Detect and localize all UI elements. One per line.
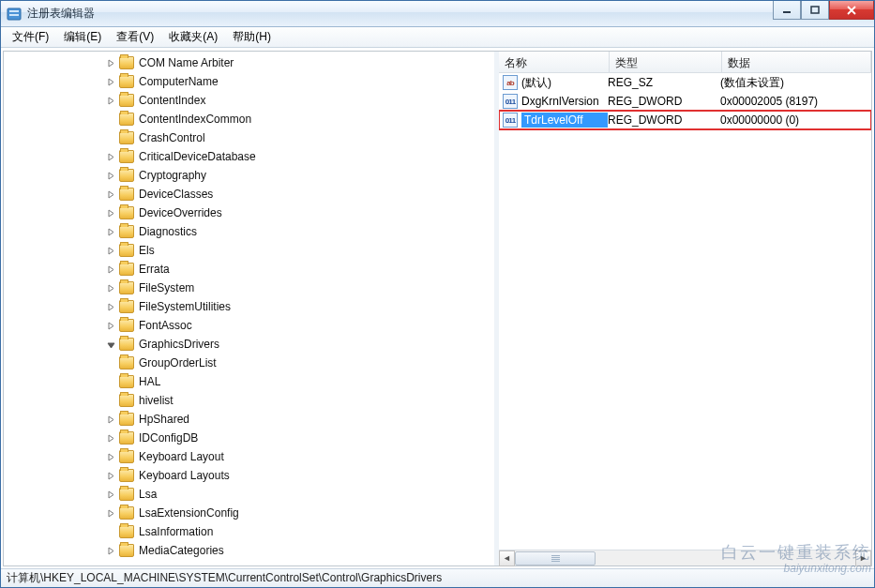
scroll-left-arrow[interactable]: ◄ [499,550,515,566]
client-area: COM Name ArbiterComputerNameContentIndex… [1,48,874,568]
tree-item-label: FileSystem [139,281,194,294]
value-type: REG_DWORD [608,113,720,127]
chevron-right-icon[interactable] [105,414,116,425]
chevron-right-icon[interactable] [105,301,116,312]
close-button[interactable] [829,1,874,20]
tree-item[interactable]: hivelist [4,391,494,410]
chevron-right-icon[interactable] [105,207,116,219]
list-row[interactable]: 011TdrLevelOffREG_DWORD0x00000000 (0) [499,111,871,129]
menu-file[interactable]: 文件(F) [5,27,56,47]
tree-item[interactable]: DeviceOverrides [4,204,494,222]
tree-pane[interactable]: COM Name ArbiterComputerNameContentIndex… [3,51,494,566]
tree-item[interactable]: FontAssoc [4,316,494,335]
folder-icon [119,169,134,182]
menu-view[interactable]: 查看(V) [109,27,161,47]
value-data: (数值未设置) [720,75,869,91]
chevron-right-icon[interactable] [105,188,116,200]
chevron-right-icon[interactable] [105,320,116,331]
tree-item-label: LsaInformation [139,525,213,538]
list-body[interactable]: ab(默认)REG_SZ(数值未设置)011DxgKrnlVersionREG_… [499,73,871,550]
list-row[interactable]: 011DxgKrnlVersionREG_DWORD0x00002005 (81… [499,92,871,111]
tree-item[interactable]: CriticalDeviceDatabase [4,147,494,166]
tree-item[interactable]: FileSystem [4,279,494,297]
tree-item[interactable]: Els [4,241,494,260]
minimize-button[interactable] [773,1,801,20]
tree-item[interactable]: GraphicsDrivers [4,335,494,354]
horizontal-scrollbar[interactable]: ◄ ► [499,550,871,565]
tree-item-label: GraphicsDrivers [139,338,219,351]
tree-item[interactable]: Keyboard Layouts [4,466,494,485]
value-name: (默认) [521,75,608,91]
statusbar: 计算机\HKEY_LOCAL_MACHINE\SYSTEM\CurrentCon… [1,568,874,587]
folder-icon [119,544,134,557]
chevron-right-icon[interactable] [105,470,116,481]
folder-icon [119,506,134,520]
chevron-down-icon[interactable] [105,339,116,350]
tree-item-label: DeviceOverrides [139,206,222,219]
tree-item[interactable]: FileSystemUtilities [4,297,494,316]
chevron-right-icon[interactable] [105,170,116,181]
maximize-button[interactable] [801,1,829,20]
folder-icon [119,450,134,463]
chevron-right-icon[interactable] [105,57,116,68]
chevron-right-icon[interactable] [105,76,116,87]
tree-item[interactable]: ComputerName [4,72,494,91]
svg-rect-3 [783,11,791,13]
chevron-right-icon[interactable] [105,95,116,106]
folder-icon [119,263,134,276]
folder-icon [119,244,134,257]
value-type: REG_DWORD [608,95,720,108]
chevron-right-icon[interactable] [105,489,116,500]
tree-item[interactable]: ContentIndex [4,91,494,110]
tree-item-label: Lsa [139,488,157,501]
chevron-right-icon[interactable] [105,245,116,256]
tree-item-label: hivelist [139,394,173,407]
menu-favorites[interactable]: 收藏夹(A) [161,27,225,47]
col-header-type[interactable]: 类型 [610,52,722,72]
col-header-data[interactable]: 数据 [722,52,871,72]
titlebar[interactable]: 注册表编辑器 [1,1,874,27]
tree-item[interactable]: Errata [4,260,494,279]
tree-item[interactable]: Keyboard Layout [4,447,494,466]
chevron-right-icon[interactable] [105,451,116,462]
tree-item-label: LsaExtensionConfig [139,506,239,520]
chevron-right-icon[interactable] [105,226,116,237]
tree-item[interactable]: CrashControl [4,128,494,147]
chevron-right-icon[interactable] [105,432,116,444]
tree-item[interactable]: HAL [4,372,494,391]
chevron-right-icon[interactable] [105,282,116,294]
chevron-right-icon[interactable] [105,151,116,162]
scroll-track[interactable] [515,550,855,566]
tree-item[interactable]: HpShared [4,410,494,429]
menu-edit[interactable]: 编辑(E) [56,27,109,47]
tree-item[interactable]: COM Name Arbiter [4,53,494,72]
tree-item[interactable]: LsaExtensionConfig [4,504,494,522]
folder-icon [119,75,134,88]
tree-item[interactable]: LsaInformation [4,522,494,541]
tree-item[interactable]: Cryptography [4,166,494,185]
col-header-name[interactable]: 名称 [499,52,610,72]
tree-item[interactable]: MediaCategories [4,541,494,560]
chevron-right-icon[interactable] [105,507,116,519]
tree-item[interactable]: Diagnostics [4,222,494,241]
tree-item[interactable]: DeviceClasses [4,185,494,204]
folder-icon [119,338,134,351]
scroll-right-arrow[interactable]: ► [855,550,871,566]
tree-item-label: GroupOrderList [139,356,217,369]
value-data: 0x00000000 (0) [720,113,869,127]
scroll-thumb[interactable] [515,551,596,565]
menu-help[interactable]: 帮助(H) [225,27,279,47]
tree-item-label: Diagnostics [139,225,197,238]
tree-item[interactable]: Lsa [4,485,494,504]
list-header: 名称 类型 数据 [499,52,871,73]
folder-icon [119,225,134,238]
chevron-right-icon[interactable] [105,545,116,556]
registry-tree: COM Name ArbiterComputerNameContentIndex… [4,52,494,562]
binary-value-icon: 011 [503,94,518,109]
tree-item[interactable]: GroupOrderList [4,354,494,372]
tree-item-label: IDConfigDB [139,431,198,445]
list-row[interactable]: ab(默认)REG_SZ(数值未设置) [499,73,871,92]
tree-item[interactable]: IDConfigDB [4,429,494,447]
tree-item[interactable]: ContentIndexCommon [4,110,494,128]
chevron-right-icon[interactable] [105,264,116,275]
